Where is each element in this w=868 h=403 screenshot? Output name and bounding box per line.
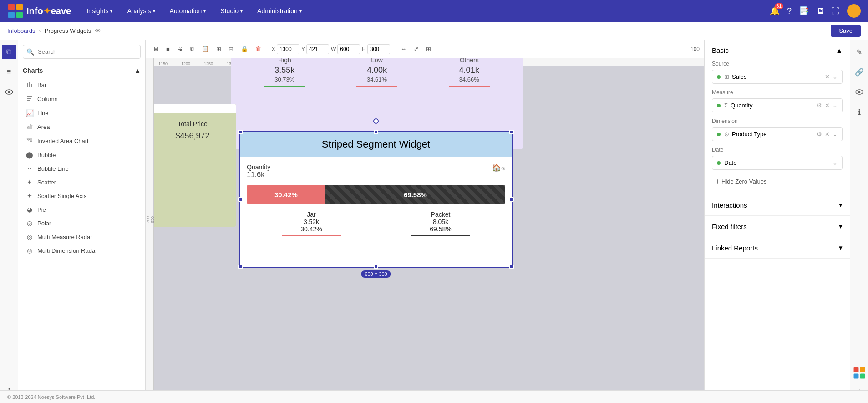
chart-bar-label: Bar <box>37 82 46 88</box>
app-logo[interactable]: Info✦eave <box>7 3 71 19</box>
h-input[interactable] <box>367 44 390 54</box>
user-avatar[interactable] <box>847 4 861 18</box>
measure-value-text: Quantity <box>731 102 817 109</box>
y-coord-group: Y <box>301 44 329 54</box>
basic-section: Basic ▲ Source ⊞ Sales ✕ ⌄ <box>705 40 850 194</box>
infoweave-logo-icon[interactable] <box>852 366 867 380</box>
segment-jar: Jar 3.52k 30.42% <box>282 211 341 236</box>
fixed-filters-header[interactable]: Fixed filters ▾ <box>705 216 850 237</box>
x-input[interactable] <box>277 44 299 54</box>
eye-icon[interactable]: 👁 <box>95 27 101 35</box>
toolbar-delete-btn[interactable]: 🗑 <box>253 44 264 54</box>
canvas-content[interactable]: 1150 1200 1250 1300 1350 1400 1450 1500 … <box>154 58 704 395</box>
toolbar-distribute-btn[interactable]: ⊟ <box>226 44 236 54</box>
handle-bc[interactable] <box>374 265 378 269</box>
toolbar-expand-btn[interactable]: ⤢ <box>411 44 421 54</box>
notification-icon[interactable]: 🔔 81 <box>770 6 780 16</box>
handle-mr[interactable] <box>509 197 514 202</box>
chart-item-line[interactable]: 📈 Line <box>23 106 141 120</box>
source-status-dot <box>717 75 721 79</box>
rotate-handle[interactable] <box>373 118 379 124</box>
nav-studio[interactable]: Studio ▾ <box>214 4 249 18</box>
charts-section-header[interactable]: Charts ▲ <box>18 63 145 78</box>
toolbar-paste-btn[interactable]: 📋 <box>199 44 212 54</box>
chart-item-column[interactable]: Column <box>23 92 141 106</box>
measure-expand-icon[interactable]: ⌄ <box>832 102 838 109</box>
chart-item-multi-dim[interactable]: ◎ Multi Dimension Radar <box>23 244 141 257</box>
toolbar-grid-btn[interactable]: ⊞ <box>423 44 434 54</box>
template-icon[interactable]: 📑 <box>799 6 809 16</box>
seg-packet-pct: 69.58% <box>411 225 470 233</box>
chart-item-bubble[interactable]: ⬤ Bubble <box>23 148 141 162</box>
handle-br[interactable] <box>509 265 514 269</box>
handle-tl[interactable] <box>238 130 243 134</box>
charts-label: Charts <box>23 67 43 74</box>
strip-stack-icon[interactable]: ≡ <box>2 65 16 79</box>
toolbar-link-btn[interactable]: ↔ <box>398 44 409 54</box>
chart-scatter-single-label: Scatter Single Axis <box>37 193 86 199</box>
chart-item-inverted-area[interactable]: Inverted Area Chart <box>23 134 141 148</box>
save-button[interactable]: Save <box>831 25 861 37</box>
chart-item-pie[interactable]: ◕ Pie <box>23 203 141 216</box>
right-strip-info-icon[interactable]: ℹ <box>852 105 867 119</box>
svg-point-5 <box>8 91 10 93</box>
right-strip-link-icon[interactable]: 🔗 <box>852 65 867 79</box>
toolbar-copy-btn[interactable]: ⧉ <box>188 44 197 55</box>
chart-scatter-label: Scatter <box>37 179 56 186</box>
basic-section-header[interactable]: Basic ▲ <box>705 40 850 61</box>
linked-reports-header[interactable]: Linked Reports ▾ <box>705 237 850 258</box>
measure-settings-icon[interactable]: ⚙ <box>817 102 822 109</box>
strip-layers-icon[interactable]: ⧉ <box>2 45 16 59</box>
toolbar-monitor-btn[interactable]: 🖥 <box>150 44 162 54</box>
date-expand-icon[interactable]: ⌄ <box>832 159 838 166</box>
x-label: X <box>272 46 275 52</box>
measure-settings-icon[interactable]: 🏠⑤ <box>492 163 505 172</box>
chart-item-bubble-line[interactable]: 〰 Bubble Line <box>23 162 141 175</box>
handle-ml[interactable] <box>238 197 243 202</box>
nav-insights[interactable]: Insights ▾ <box>80 4 119 18</box>
strip-eye-icon[interactable] <box>2 85 16 99</box>
w-input[interactable] <box>337 44 360 54</box>
nav-automation[interactable]: Automation ▾ <box>163 4 213 18</box>
chart-item-multi-measure[interactable]: ◎ Multi Measure Radar <box>23 230 141 244</box>
dimension-expand-icon[interactable]: ⌄ <box>832 131 838 138</box>
toolbar-align-btn[interactable]: ⊞ <box>213 44 224 54</box>
toolbar-print-btn[interactable]: 🖨 <box>174 44 186 54</box>
handle-bl[interactable] <box>238 265 243 269</box>
measure-actions: ⚙ ✕ ⌄ <box>817 102 838 109</box>
handle-tr[interactable] <box>509 130 514 134</box>
dimension-clear-icon[interactable]: ✕ <box>825 131 830 138</box>
chart-item-bar[interactable]: Bar <box>23 78 141 92</box>
measure-clear-icon[interactable]: ✕ <box>825 102 830 109</box>
fixed-filters-expand-icon: ▾ <box>839 222 843 230</box>
multi-measure-icon: ◎ <box>25 233 34 240</box>
nav-analysis[interactable]: Analysis ▾ <box>121 4 161 18</box>
chart-item-scatter-single[interactable]: ✦ Scatter Single Axis <box>23 189 141 203</box>
dimension-settings-icon[interactable]: ⚙ <box>817 131 822 138</box>
interactions-header[interactable]: Interactions ▾ <box>705 194 850 215</box>
chart-item-scatter[interactable]: ✦ Scatter <box>23 175 141 189</box>
svg-rect-6 <box>27 83 28 87</box>
chart-item-area[interactable]: Area <box>23 120 141 134</box>
toolbar-square-btn[interactable]: ■ <box>163 44 173 54</box>
handle-tc[interactable] <box>374 130 378 134</box>
help-icon[interactable]: ? <box>787 6 792 16</box>
right-strip-eye-icon[interactable] <box>852 85 867 99</box>
canvas-area: 🖥 ■ 🖨 ⧉ 📋 ⊞ ⊟ 🔒 🗑 X Y W H <box>146 40 704 403</box>
screen-icon[interactable]: 🖥 <box>816 6 824 16</box>
source-expand-icon[interactable]: ⌄ <box>832 73 838 80</box>
breadcrumb-parent[interactable]: Infoboards <box>7 27 35 34</box>
nav-administration[interactable]: Administration ▾ <box>251 4 308 18</box>
linked-reports-expand-icon: ▾ <box>839 244 843 252</box>
search-input[interactable] <box>23 45 141 59</box>
y-input[interactable] <box>306 44 329 54</box>
expand-icon[interactable]: ⛶ <box>832 6 840 16</box>
hide-zero-checkbox[interactable] <box>712 179 718 184</box>
source-clear-icon[interactable]: ✕ <box>825 73 830 80</box>
source-value-row: ⊞ Sales ✕ ⌄ <box>712 70 843 84</box>
date-actions: ⌄ <box>832 159 838 166</box>
right-strip-edit-icon[interactable]: ✎ <box>852 45 867 59</box>
chart-item-polar[interactable]: ◎ Polar <box>23 216 141 230</box>
toolbar-lock-btn[interactable]: 🔒 <box>238 44 251 54</box>
striped-segment-widget[interactable]: 600 × 300 Striped Segment Widget Quantit… <box>239 131 513 268</box>
